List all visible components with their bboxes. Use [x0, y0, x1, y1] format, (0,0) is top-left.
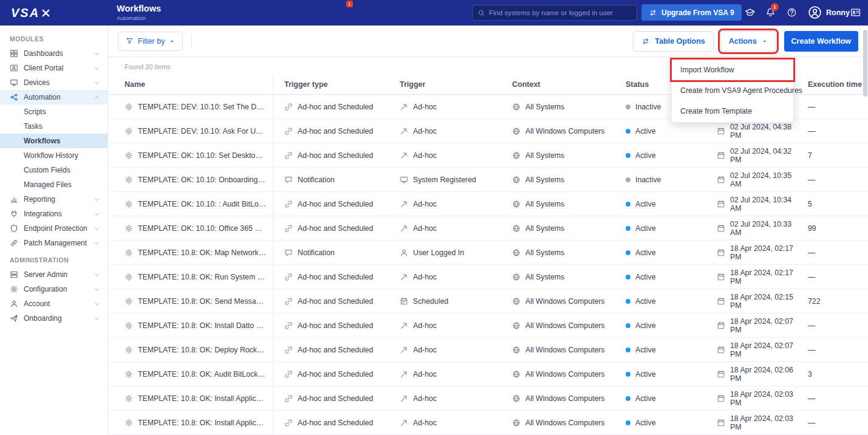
- context: All Systems: [525, 224, 564, 233]
- menu-item-create-from-vsa9-agent-procedures[interactable]: Create from VSA9 Agent Procedures: [672, 80, 793, 101]
- workflow-name-cell: TEMPLATE: OK: 10.10: Set Desktop Wallpap…: [125, 143, 273, 167]
- execution-time: —: [808, 248, 815, 257]
- actions-button[interactable]: Actions: [720, 31, 776, 52]
- sidebar-item-label: Onboarding: [24, 314, 94, 323]
- table-row[interactable]: TEMPLATE: 10.8: OK: Map Network Drive As…: [108, 241, 868, 265]
- ad-hoc-icon: [400, 224, 408, 233]
- menu-item-import-workflow[interactable]: Import Workflow: [672, 60, 793, 80]
- sidebar-item-tasks[interactable]: Tasks: [0, 119, 108, 134]
- workflow-name: TEMPLATE: OK: 10.10: Office 365 Quick Re…: [138, 224, 267, 233]
- chevron-down-icon: [94, 315, 100, 322]
- execution-time-cell: —: [797, 241, 862, 264]
- execution-time: —: [808, 419, 815, 427]
- table-options-button[interactable]: Table Options: [633, 31, 713, 52]
- upgrade-button[interactable]: Upgrade From VSA 9: [641, 4, 742, 21]
- sidebar-item-custom-fields[interactable]: Custom Fields: [0, 163, 108, 177]
- trigger-type-cell: Ad-hoc and Scheduled: [273, 362, 389, 386]
- upgrade-label: Upgrade From VSA 9: [661, 9, 734, 17]
- graduation-cap-icon[interactable]: [745, 7, 755, 18]
- sidebar-item-automation[interactable]: Automation: [0, 90, 108, 104]
- trigger: Ad-hoc: [413, 224, 437, 233]
- sidebar: MODULESDashboardsClient PortalDevicesAut…: [0, 26, 108, 435]
- trigger-type: Ad-hoc and Scheduled: [298, 419, 373, 427]
- trigger: Ad-hoc: [413, 273, 437, 281]
- vertical-scrollbar[interactable]: [863, 26, 867, 434]
- table-row[interactable]: TEMPLATE: 10.8: OK: Send Message If Upti…: [108, 289, 868, 313]
- trigger-type-cell: Ad-hoc and Scheduled: [273, 119, 389, 143]
- table-row[interactable]: TEMPLATE: OK: 10.10: Office 365 Quick Re…: [108, 216, 868, 241]
- context: All Systems: [525, 200, 564, 208]
- sidebar-item-client-portal[interactable]: Client Portal: [0, 61, 108, 75]
- table-row[interactable]: TEMPLATE: 10.8: OK: Deploy RocketCyber A…: [108, 338, 868, 362]
- column-header-name[interactable]: Name: [125, 75, 273, 94]
- caret-down-icon: [169, 38, 175, 44]
- workflow-name: TEMPLATE: 10.8: OK: Install Datto EDR/AV: [138, 321, 267, 330]
- table-row[interactable]: TEMPLATE: 10.8: OK: Install Application …: [108, 411, 868, 435]
- chevron-down-icon: [94, 272, 100, 278]
- filter-by-label: Filter by: [138, 37, 165, 46]
- table-row[interactable]: TEMPLATE: DEV: 10.10: Ask For User Appro…: [108, 119, 868, 143]
- table-row[interactable]: TEMPLATE: OK: 10.10: Set Desktop Wallpap…: [108, 143, 868, 168]
- sidebar-item-endpoint-protection[interactable]: Endpoint Protection: [0, 221, 108, 236]
- notifications-bell[interactable]: 1: [765, 7, 776, 20]
- column-header-trigger-type[interactable]: Trigger type: [273, 75, 389, 94]
- execution-time-cell: 7: [797, 143, 862, 167]
- sidebar-item-managed-files[interactable]: Managed Files: [0, 177, 108, 192]
- last-executed: 02 Jul 2024, 04:38 PM: [730, 123, 797, 140]
- workflow-name: TEMPLATE: 10.8: OK: Install Application …: [138, 394, 267, 403]
- vsa-logo[interactable]: VSA: [11, 0, 50, 26]
- sidebar-item-devices[interactable]: Devices: [0, 75, 108, 90]
- table-row[interactable]: TEMPLATE: OK: 10.10: : Audit BitLocker S…: [108, 192, 868, 216]
- table-row[interactable]: TEMPLATE: 10.8: OK: Install Application …: [108, 386, 868, 411]
- sidebar-item-workflow-history[interactable]: Workflow History: [0, 148, 108, 163]
- execution-time: 99: [808, 224, 816, 233]
- help-icon[interactable]: [787, 7, 797, 18]
- trigger: Ad-hoc: [413, 127, 437, 135]
- context-cell: All Windows Computers: [501, 289, 615, 313]
- column-header-trigger[interactable]: Trigger: [389, 75, 501, 94]
- workflow-icon: [125, 321, 133, 330]
- workflow-name: TEMPLATE: 10.8: OK: Install Application …: [138, 419, 267, 427]
- status: Inactive: [635, 103, 661, 111]
- sidebar-item-account[interactable]: Account: [0, 296, 108, 311]
- sidebar-item-configuration[interactable]: Configuration: [0, 282, 108, 296]
- workflow-name: TEMPLATE: OK: 10.10: : Audit BitLocker S…: [138, 200, 267, 208]
- workflow-name-cell: TEMPLATE: DEV: 10.10: Set The Desktop Lo…: [125, 95, 273, 118]
- workflow-icon: [125, 103, 133, 111]
- scrollbar-thumb[interactable]: [863, 30, 867, 97]
- trigger-type: Ad-hoc and Scheduled: [298, 394, 373, 403]
- contact-card-icon[interactable]: [850, 7, 861, 18]
- sidebar-item-workflows[interactable]: Workflows: [0, 134, 108, 148]
- sidebar-item-patch-management[interactable]: Patch Management: [0, 236, 108, 250]
- global-search[interactable]: [472, 5, 637, 21]
- context: All Windows Computers: [525, 419, 605, 427]
- last-executed: 18 Apr 2024, 02:17 PM: [730, 244, 797, 261]
- sidebar-item-reporting[interactable]: Reporting: [0, 192, 108, 207]
- chevron-up-icon: [94, 94, 100, 101]
- sidebar-item-dashboards[interactable]: Dashboards: [0, 46, 108, 61]
- sidebar-item-scripts[interactable]: Scripts: [0, 104, 108, 119]
- create-workflow-button[interactable]: Create Workflow: [784, 31, 858, 52]
- sidebar-item-integrations[interactable]: Integrations: [0, 207, 108, 221]
- menu-item-create-from-template[interactable]: Create from Template: [672, 101, 793, 122]
- context-cell: All Windows Computers: [501, 338, 615, 361]
- ad-hoc-icon: [400, 103, 408, 111]
- sidebar-item-onboarding[interactable]: Onboarding: [0, 311, 108, 326]
- user-menu[interactable]: Ronny: [808, 5, 850, 19]
- table-row[interactable]: TEMPLATE: 10.8: OK: Run System Disk Clea…: [108, 265, 868, 289]
- sidebar-item-server-admin[interactable]: Server Admin: [0, 267, 108, 282]
- globe-icon: [512, 248, 521, 257]
- funnel-icon: [126, 37, 134, 45]
- status: Active: [635, 297, 656, 306]
- last-executed: 18 Apr 2024, 02:17 PM: [730, 269, 797, 286]
- column-header-context[interactable]: Context: [501, 75, 615, 94]
- column-header-execution-time[interactable]: Execution time: [797, 75, 862, 94]
- trigger-cell: Ad-hoc: [389, 119, 501, 143]
- table-row[interactable]: TEMPLATE: 10.8: OK: Install Datto EDR/AV…: [108, 313, 868, 338]
- table-row[interactable]: TEMPLATE: OK: 10.10: Onboarding New Devi…: [108, 168, 868, 192]
- table-row[interactable]: TEMPLATE: 10.8: OK: Audit BitLocker Stat…: [108, 362, 868, 386]
- globe-icon: [512, 127, 521, 135]
- filter-by-button[interactable]: Filter by: [118, 32, 183, 51]
- search-input[interactable]: [489, 9, 632, 16]
- workflow-icon: [125, 346, 133, 354]
